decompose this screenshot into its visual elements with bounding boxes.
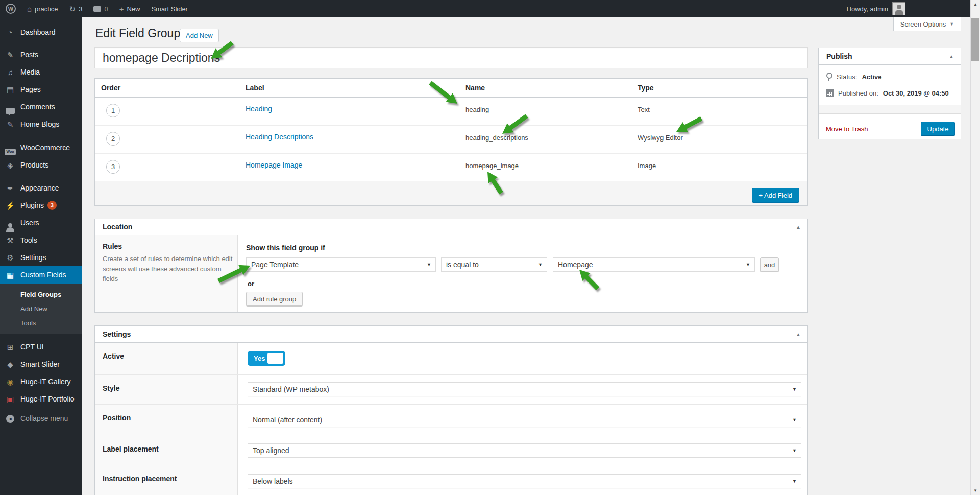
collapse-panel-icon[interactable]: ▲ bbox=[949, 54, 954, 59]
status-value: Active bbox=[862, 73, 881, 81]
sidebar-item-media[interactable]: ♫Media bbox=[0, 63, 82, 81]
field-type: Text bbox=[638, 106, 650, 113]
sidebar-item-dashboard[interactable]: ◔Dashboard bbox=[0, 23, 82, 41]
add-and-rule-button[interactable]: and bbox=[760, 257, 779, 272]
sidebar-item-products[interactable]: ◈Products bbox=[0, 156, 82, 174]
location-panel-header: Location▲ bbox=[95, 219, 807, 234]
sidebar-item-settings[interactable]: ⚙Settings bbox=[0, 249, 82, 266]
sidebar-item-woocommerce[interactable]: WooWooCommerce bbox=[0, 139, 82, 156]
plus-icon: + bbox=[119, 5, 124, 13]
sidebar-item-home-blogs[interactable]: ✎Home Blogs bbox=[0, 115, 82, 133]
field-name: heading_descriptions bbox=[465, 134, 528, 142]
rule-operator-select[interactable]: is equal to▼ bbox=[441, 257, 547, 272]
select-arrow-icon: ▼ bbox=[746, 262, 750, 267]
rules-description: Create a set of rules to determine which… bbox=[103, 254, 234, 284]
scroll-up-button[interactable]: ▲ bbox=[971, 0, 980, 9]
publish-panel-header: Publish▲ bbox=[819, 48, 961, 65]
field-name: homepage_image bbox=[465, 162, 519, 170]
sidebar-item-plugins[interactable]: ⚡Plugins3 bbox=[0, 197, 82, 214]
instruction-placement-select[interactable]: Below labels▼ bbox=[248, 474, 801, 488]
field-order-handle[interactable]: 1 bbox=[106, 104, 120, 117]
wordpress-logo-icon: W bbox=[6, 4, 16, 14]
label-placement-select[interactable]: Top aligned▼ bbox=[248, 443, 801, 458]
scroll-down-button[interactable]: ▼ bbox=[971, 486, 980, 495]
submenu-item-tools[interactable]: Tools bbox=[0, 316, 82, 330]
sidebar-item-huge-it-gallery[interactable]: ◉Huge-IT Gallery bbox=[0, 373, 82, 390]
position-select[interactable]: Normal (after content)▼ bbox=[248, 413, 801, 427]
status-row: Status:Active bbox=[826, 73, 882, 81]
sidebar-item-custom-fields[interactable]: ▦Custom Fields bbox=[0, 266, 82, 284]
settings-panel-header: Settings▲ bbox=[95, 326, 807, 343]
add-field-button[interactable]: + Add Field bbox=[752, 188, 799, 203]
cpt-ui-icon: ⊞ bbox=[4, 343, 16, 351]
updates-count: 3 bbox=[79, 5, 82, 13]
sidebar-item-tools[interactable]: ⚒Tools bbox=[0, 231, 82, 249]
sidebar-item-pages[interactable]: ▤Pages bbox=[0, 81, 82, 98]
sidebar-item-cpt-ui[interactable]: ⊞CPT UI bbox=[0, 338, 82, 356]
settings-icon: ⚙ bbox=[4, 254, 16, 262]
scrollbar-thumb[interactable] bbox=[971, 18, 979, 61]
plugin-icon: ⚡ bbox=[4, 202, 16, 209]
field-label-link[interactable]: Heading bbox=[246, 105, 272, 113]
position-label: Position bbox=[103, 414, 131, 422]
new-content-menu[interactable]: +New bbox=[114, 0, 146, 17]
pages-icon: ▤ bbox=[4, 86, 16, 93]
wordpress-menu[interactable]: W bbox=[0, 0, 21, 17]
field-group-title-input[interactable] bbox=[94, 47, 808, 68]
field-type: Image bbox=[638, 162, 656, 170]
active-toggle[interactable]: Yes bbox=[248, 351, 285, 366]
howdy-label[interactable]: Howdy, admin bbox=[847, 5, 888, 13]
rule-param-select[interactable]: Page Template▼ bbox=[246, 257, 436, 272]
field-label-link[interactable]: Heading Descriptions bbox=[246, 133, 313, 141]
add-new-button[interactable]: Add New bbox=[180, 29, 219, 42]
sidebar-item-comments[interactable]: Comments bbox=[0, 98, 82, 115]
updates-menu[interactable]: ↻3 bbox=[64, 0, 88, 17]
toggle-knob bbox=[267, 353, 283, 364]
scrollbar[interactable]: ▲ ▼ bbox=[970, 0, 980, 495]
sidebar-item-users[interactable]: Users bbox=[0, 214, 82, 231]
sidebar-item-posts[interactable]: ✎Posts bbox=[0, 46, 82, 63]
site-name-menu[interactable]: ⌂practice bbox=[21, 0, 64, 17]
comments-icon bbox=[93, 6, 101, 12]
sidebar-item-smart-slider[interactable]: ◆Smart Slider bbox=[0, 356, 82, 373]
rule-value-select[interactable]: Homepage▼ bbox=[553, 257, 755, 272]
sidebar-item-appearance[interactable]: ✒Appearance bbox=[0, 179, 82, 197]
collapse-menu-button[interactable]: ◄Collapse menu bbox=[0, 410, 82, 427]
collapse-panel-icon[interactable]: ▲ bbox=[796, 224, 801, 229]
settings-panel: Settings▲ Active Yes Style Standard (WP … bbox=[94, 325, 808, 495]
select-arrow-icon: ▼ bbox=[792, 479, 797, 484]
move-to-trash-link[interactable]: Move to Trash bbox=[826, 125, 868, 133]
comments-menu[interactable]: 0 bbox=[88, 0, 113, 17]
submenu-item-add-new[interactable]: Add New bbox=[0, 301, 82, 316]
column-header-label: Label bbox=[246, 84, 264, 92]
update-button[interactable]: Update bbox=[921, 122, 955, 136]
style-select[interactable]: Standard (WP metabox)▼ bbox=[248, 382, 801, 396]
field-name: heading bbox=[465, 106, 489, 113]
column-header-name: Name bbox=[465, 84, 485, 92]
field-label-link[interactable]: Homepage Image bbox=[246, 161, 302, 169]
field-order-handle[interactable]: 2 bbox=[106, 132, 120, 146]
smart-slider-menu[interactable]: Smart Slider bbox=[145, 0, 193, 17]
calendar-icon bbox=[826, 89, 834, 97]
user-avatar[interactable] bbox=[892, 2, 905, 15]
box-icon: ◈ bbox=[4, 161, 16, 169]
publish-divider-strip bbox=[819, 105, 961, 114]
screen-options-button[interactable]: Screen Options▼ bbox=[893, 17, 961, 31]
sidebar-item-huge-it-portfolio[interactable]: ▣Huge-IT Portfolio bbox=[0, 390, 82, 408]
collapse-panel-icon[interactable]: ▲ bbox=[796, 332, 801, 337]
fields-table-footer: + Add Field bbox=[95, 181, 807, 205]
fields-table-header: Order Label Name Type bbox=[95, 79, 807, 98]
slider-icon: ◆ bbox=[4, 361, 16, 368]
submenu-item-field-groups[interactable]: Field Groups bbox=[0, 287, 82, 301]
comments-count: 0 bbox=[104, 5, 108, 13]
portfolio-icon: ▣ bbox=[4, 395, 16, 403]
gallery-icon: ◉ bbox=[4, 378, 16, 386]
admin-sidebar: ◔Dashboard ✎Posts ♫Media ▤Pages Comments… bbox=[0, 17, 82, 495]
add-rule-group-button[interactable]: Add rule group bbox=[246, 292, 303, 306]
dashboard-icon: ◔ bbox=[4, 29, 16, 36]
field-order-handle[interactable]: 3 bbox=[106, 160, 120, 174]
field-row: 1 Heading heading Text bbox=[95, 98, 807, 126]
field-row: 2 Heading Descriptions heading_descripti… bbox=[95, 126, 807, 154]
posts-icon: ✎ bbox=[4, 51, 16, 59]
instruction-placement-label: Instruction placement bbox=[103, 475, 177, 483]
